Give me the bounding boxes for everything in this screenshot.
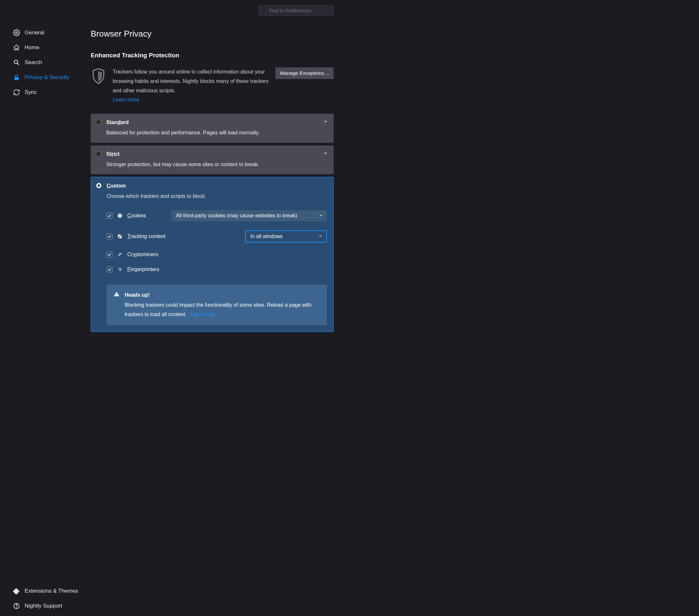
sidebar: General Home Search Privacy & Security <box>0 0 91 616</box>
learn-more-link[interactable]: Learn more <box>113 97 139 102</box>
svg-point-11 <box>119 216 120 217</box>
cryptominer-icon <box>117 252 123 257</box>
tracking-select[interactable]: In all windows <box>245 230 327 243</box>
home-icon <box>13 44 20 51</box>
option-title: Standard <box>106 120 327 125</box>
help-icon <box>13 602 20 610</box>
custom-label: Tracking content <box>127 233 166 239</box>
radio-unchecked-icon[interactable] <box>96 151 101 157</box>
radio-unchecked-icon[interactable] <box>96 120 101 125</box>
sidebar-item-label: Home <box>25 44 39 51</box>
svg-point-8 <box>118 214 122 218</box>
sidebar-item-general[interactable]: General <box>0 25 91 40</box>
option-title: Strict <box>106 151 327 157</box>
sidebar-item-label: Nightly Support <box>25 603 62 609</box>
custom-row-crypto: Cryptominers <box>97 247 327 262</box>
gear-icon <box>13 29 20 36</box>
chevron-down-icon <box>323 119 328 125</box>
learn-how-link[interactable]: Learn how <box>191 311 215 317</box>
sync-icon <box>13 89 20 96</box>
puzzle-icon <box>13 588 20 594</box>
checkbox-cookies[interactable] <box>107 213 113 219</box>
etp-option-standard[interactable]: Standard Balanced for protection and per… <box>91 114 334 143</box>
search-icon <box>13 59 20 66</box>
checkbox-tracking[interactable] <box>107 233 113 239</box>
callout-heading: Heads up! <box>125 291 320 300</box>
sidebar-item-label: Sync <box>25 89 37 95</box>
manage-exceptions-button[interactable]: Manage Exceptions… <box>275 67 334 79</box>
search-container <box>259 5 334 16</box>
etp-option-strict[interactable]: Strict Stronger protection, but may caus… <box>91 145 334 175</box>
sidebar-item-label: General <box>25 29 44 36</box>
cookie-icon <box>117 213 123 219</box>
option-title: Custom <box>107 183 327 189</box>
sidebar-item-label: Privacy & Security <box>25 74 69 81</box>
sidebar-item-search[interactable]: Search <box>0 55 91 70</box>
svg-rect-15 <box>116 293 117 295</box>
svg-rect-3 <box>15 77 19 80</box>
warning-callout: Heads up! Blocking trackers could impact… <box>107 285 327 325</box>
option-desc: Choose which trackers and scripts to blo… <box>107 193 327 199</box>
sidebar-item-home[interactable]: Home <box>0 40 91 55</box>
section-title: Enhanced Tracking Protection <box>91 52 334 59</box>
lock-icon <box>13 74 20 81</box>
option-desc: Stronger protection, but may cause some … <box>106 160 327 169</box>
sidebar-item-label: Extensions & Themes <box>25 588 78 594</box>
sidebar-item-label: Search <box>25 59 42 66</box>
checkbox-fingerprint[interactable] <box>107 267 113 272</box>
radio-checked-icon[interactable] <box>96 183 101 188</box>
etp-option-custom: Custom Choose which trackers and scripts… <box>91 177 334 332</box>
sidebar-item-extensions[interactable]: Extensions & Themes <box>0 584 91 599</box>
tracking-icon <box>117 233 123 239</box>
chevron-down-icon <box>318 233 322 239</box>
page-title: Browser Privacy <box>91 29 334 39</box>
callout-body: Blocking trackers could impact the funct… <box>125 302 311 317</box>
etp-intro-text: Trackers follow you around online to col… <box>113 69 268 93</box>
sidebar-item-privacy[interactable]: Privacy & Security <box>0 70 91 85</box>
custom-row-cookies: Cookies All third-party cookies (may cau… <box>97 206 327 226</box>
custom-row-fingerprint: Fingerprinters <box>97 262 327 277</box>
checkbox-crypto[interactable] <box>107 252 113 257</box>
etp-intro: Trackers follow you around online to col… <box>91 67 334 105</box>
fingerprint-icon <box>117 267 123 272</box>
chevron-down-icon <box>323 151 328 157</box>
option-desc: Balanced for protection and performance.… <box>106 129 327 137</box>
custom-label: Fingerprinters <box>127 267 159 272</box>
chevron-down-icon <box>319 213 323 219</box>
svg-line-2 <box>17 64 19 65</box>
svg-point-1 <box>14 60 18 64</box>
search-input[interactable] <box>259 5 334 16</box>
svg-point-5 <box>16 607 17 607</box>
svg-point-10 <box>120 215 121 216</box>
svg-point-9 <box>119 215 120 215</box>
shield-icon <box>91 67 106 87</box>
cookies-select[interactable]: All third-party cookies (may cause websi… <box>171 210 327 221</box>
custom-label: Cookies <box>127 213 153 219</box>
svg-rect-16 <box>116 295 117 296</box>
svg-point-0 <box>15 32 17 34</box>
warning-icon <box>114 291 120 299</box>
sidebar-item-sync[interactable]: Sync <box>0 85 91 100</box>
svg-point-12 <box>120 216 121 217</box>
custom-label: Cryptominers <box>127 252 158 257</box>
sidebar-item-support[interactable]: Nightly Support <box>0 599 91 613</box>
custom-row-tracking: Tracking content In all windows <box>97 226 327 247</box>
main-content: Browser Privacy Enhanced Tracking Protec… <box>91 0 382 616</box>
